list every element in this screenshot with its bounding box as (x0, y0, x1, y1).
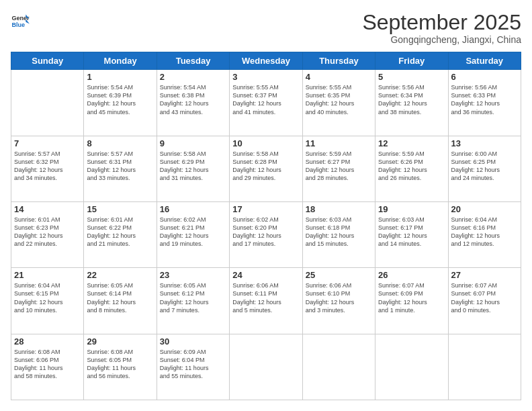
day-number: 29 (87, 336, 153, 347)
calendar-cell: 29Sunrise: 6:08 AM Sunset: 6:05 PM Dayli… (84, 334, 157, 400)
day-number: 23 (160, 270, 226, 280)
calendar-cell: 4Sunrise: 5:55 AM Sunset: 6:35 PM Daylig… (302, 70, 375, 136)
calendar-cell: 22Sunrise: 6:05 AM Sunset: 6:14 PM Dayli… (84, 268, 157, 334)
day-number: 10 (232, 138, 299, 148)
calendar-cell: 8Sunrise: 5:57 AM Sunset: 6:31 PM Daylig… (84, 136, 157, 201)
calendar-week-row: 1Sunrise: 5:54 AM Sunset: 6:39 PM Daylig… (11, 70, 521, 136)
day-number: 18 (306, 204, 372, 214)
day-info: Sunrise: 6:09 AM Sunset: 6:04 PM Dayligh… (160, 348, 226, 381)
calendar-cell: 28Sunrise: 6:08 AM Sunset: 6:06 PM Dayli… (11, 334, 84, 400)
day-info: Sunrise: 6:03 AM Sunset: 6:17 PM Dayligh… (378, 216, 445, 248)
day-info: Sunrise: 6:03 AM Sunset: 6:18 PM Dayligh… (306, 216, 372, 248)
calendar-cell: 20Sunrise: 6:04 AM Sunset: 6:16 PM Dayli… (448, 201, 521, 267)
calendar-cell: 13Sunrise: 6:00 AM Sunset: 6:25 PM Dayli… (448, 136, 521, 201)
day-number: 21 (14, 270, 81, 280)
calendar-cell: 15Sunrise: 6:01 AM Sunset: 6:22 PM Dayli… (84, 201, 157, 267)
title-section: September 2025 Gongqingcheng, Jiangxi, C… (362, 11, 521, 45)
day-number: 6 (451, 72, 518, 82)
day-info: Sunrise: 6:06 AM Sunset: 6:11 PM Dayligh… (232, 281, 299, 314)
calendar-cell (375, 334, 448, 400)
calendar-cell (230, 334, 302, 400)
day-info: Sunrise: 5:54 AM Sunset: 6:39 PM Dayligh… (87, 83, 153, 116)
calendar-cell: 5Sunrise: 5:56 AM Sunset: 6:34 PM Daylig… (375, 70, 448, 136)
day-info: Sunrise: 6:01 AM Sunset: 6:23 PM Dayligh… (14, 216, 81, 248)
calendar-cell: 25Sunrise: 6:06 AM Sunset: 6:10 PM Dayli… (302, 268, 375, 334)
day-number: 11 (306, 138, 372, 148)
calendar-cell: 17Sunrise: 6:02 AM Sunset: 6:20 PM Dayli… (230, 201, 302, 267)
day-number: 22 (87, 270, 153, 280)
day-number: 9 (160, 138, 226, 148)
day-number: 30 (160, 336, 226, 347)
day-info: Sunrise: 5:55 AM Sunset: 6:35 PM Dayligh… (306, 83, 372, 116)
weekday-header: Friday (375, 52, 448, 70)
day-number: 27 (451, 270, 518, 280)
day-number: 12 (378, 138, 445, 148)
day-info: Sunrise: 5:59 AM Sunset: 6:27 PM Dayligh… (306, 150, 372, 183)
calendar-cell: 3Sunrise: 5:55 AM Sunset: 6:37 PM Daylig… (230, 70, 302, 136)
day-number: 5 (378, 72, 445, 82)
day-number: 14 (14, 204, 81, 214)
calendar-cell: 14Sunrise: 6:01 AM Sunset: 6:23 PM Dayli… (11, 201, 84, 267)
day-number: 28 (14, 336, 81, 347)
day-number: 15 (87, 204, 153, 214)
day-info: Sunrise: 6:07 AM Sunset: 6:09 PM Dayligh… (378, 281, 445, 314)
day-info: Sunrise: 6:05 AM Sunset: 6:12 PM Dayligh… (160, 281, 226, 314)
weekday-header: Thursday (302, 52, 375, 70)
weekday-header: Tuesday (157, 52, 229, 70)
calendar-cell: 23Sunrise: 6:05 AM Sunset: 6:12 PM Dayli… (157, 268, 229, 334)
day-number: 20 (451, 204, 518, 214)
calendar: SundayMondayTuesdayWednesdayThursdayFrid… (11, 52, 521, 400)
day-info: Sunrise: 6:05 AM Sunset: 6:14 PM Dayligh… (87, 281, 153, 314)
calendar-cell: 11Sunrise: 5:59 AM Sunset: 6:27 PM Dayli… (302, 136, 375, 201)
calendar-cell (11, 70, 84, 136)
day-info: Sunrise: 5:57 AM Sunset: 6:32 PM Dayligh… (14, 150, 81, 183)
day-info: Sunrise: 5:57 AM Sunset: 6:31 PM Dayligh… (87, 150, 153, 183)
weekday-header: Saturday (448, 52, 521, 70)
day-info: Sunrise: 6:00 AM Sunset: 6:25 PM Dayligh… (451, 150, 518, 183)
calendar-cell: 24Sunrise: 6:06 AM Sunset: 6:11 PM Dayli… (230, 268, 302, 334)
calendar-cell: 1Sunrise: 5:54 AM Sunset: 6:39 PM Daylig… (84, 70, 157, 136)
calendar-cell: 27Sunrise: 6:07 AM Sunset: 6:07 PM Dayli… (448, 268, 521, 334)
day-number: 25 (306, 270, 372, 280)
day-number: 26 (378, 270, 445, 280)
day-number: 13 (451, 138, 518, 148)
logo: General Blue (11, 11, 30, 30)
day-number: 1 (87, 72, 153, 82)
day-info: Sunrise: 5:59 AM Sunset: 6:26 PM Dayligh… (378, 150, 445, 183)
day-number: 4 (306, 72, 372, 82)
calendar-cell: 16Sunrise: 6:02 AM Sunset: 6:21 PM Dayli… (157, 201, 229, 267)
calendar-cell: 9Sunrise: 5:58 AM Sunset: 6:29 PM Daylig… (157, 136, 229, 201)
day-number: 3 (232, 72, 299, 82)
calendar-header: SundayMondayTuesdayWednesdayThursdayFrid… (11, 52, 521, 70)
day-info: Sunrise: 6:04 AM Sunset: 6:15 PM Dayligh… (14, 281, 81, 314)
day-info: Sunrise: 6:06 AM Sunset: 6:10 PM Dayligh… (306, 281, 372, 314)
calendar-cell: 10Sunrise: 5:58 AM Sunset: 6:28 PM Dayli… (230, 136, 302, 201)
day-number: 19 (378, 204, 445, 214)
day-info: Sunrise: 5:56 AM Sunset: 6:33 PM Dayligh… (451, 83, 518, 116)
calendar-cell: 12Sunrise: 5:59 AM Sunset: 6:26 PM Dayli… (375, 136, 448, 201)
calendar-body: 1Sunrise: 5:54 AM Sunset: 6:39 PM Daylig… (11, 70, 521, 400)
svg-text:General: General (11, 15, 30, 21)
calendar-cell: 7Sunrise: 5:57 AM Sunset: 6:32 PM Daylig… (11, 136, 84, 201)
day-info: Sunrise: 5:58 AM Sunset: 6:29 PM Dayligh… (160, 150, 226, 183)
day-number: 16 (160, 204, 226, 214)
day-info: Sunrise: 6:02 AM Sunset: 6:21 PM Dayligh… (160, 216, 226, 248)
calendar-cell: 2Sunrise: 5:54 AM Sunset: 6:38 PM Daylig… (157, 70, 229, 136)
day-info: Sunrise: 5:55 AM Sunset: 6:37 PM Dayligh… (232, 83, 299, 116)
day-number: 7 (14, 138, 81, 148)
day-number: 2 (160, 72, 226, 82)
weekday-header: Wednesday (230, 52, 302, 70)
day-info: Sunrise: 5:56 AM Sunset: 6:34 PM Dayligh… (378, 83, 445, 116)
day-info: Sunrise: 6:04 AM Sunset: 6:16 PM Dayligh… (451, 216, 518, 248)
day-info: Sunrise: 6:02 AM Sunset: 6:20 PM Dayligh… (232, 216, 299, 248)
calendar-week-row: 21Sunrise: 6:04 AM Sunset: 6:15 PM Dayli… (11, 268, 521, 334)
calendar-cell: 30Sunrise: 6:09 AM Sunset: 6:04 PM Dayli… (157, 334, 229, 400)
calendar-cell (302, 334, 375, 400)
day-info: Sunrise: 5:54 AM Sunset: 6:38 PM Dayligh… (160, 83, 226, 116)
day-number: 8 (87, 138, 153, 148)
calendar-cell: 19Sunrise: 6:03 AM Sunset: 6:17 PM Dayli… (375, 201, 448, 267)
location: Gongqingcheng, Jiangxi, China (362, 34, 521, 45)
day-info: Sunrise: 5:58 AM Sunset: 6:28 PM Dayligh… (232, 150, 299, 183)
calendar-week-row: 14Sunrise: 6:01 AM Sunset: 6:23 PM Dayli… (11, 201, 521, 267)
day-number: 17 (232, 204, 299, 214)
